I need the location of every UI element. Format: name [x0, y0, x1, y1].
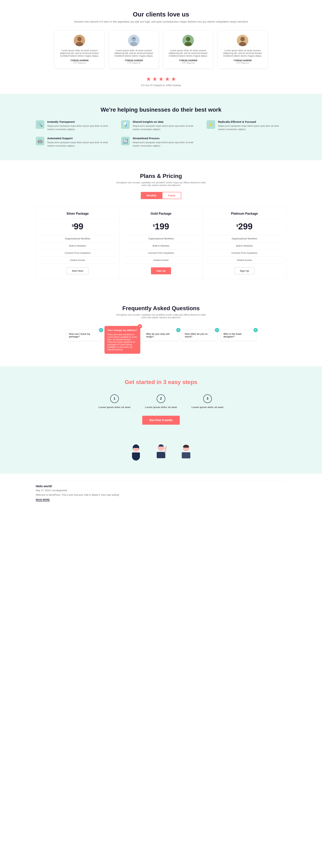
start-now-button[interactable]: Start Now: [67, 267, 88, 274]
feature-title: Shared Insights on data: [133, 120, 201, 123]
svg-rect-21: [182, 452, 190, 458]
features-list: Organisational Workflow Built-in Modules…: [207, 235, 283, 264]
features-list: Organisational Workflow Built-in Modules…: [39, 235, 115, 264]
faq-section: Frequently Asked Questions Excepteur sin…: [0, 292, 322, 366]
get-started-steps-label: 3 easy steps: [163, 379, 197, 385]
faq-question: Who is the head designer?: [223, 333, 242, 338]
faq-card-head-designer[interactable]: + Who is the head designer?: [220, 330, 256, 341]
svg-rect-17: [157, 452, 165, 458]
person-avatar-1: [129, 443, 143, 461]
feature-item: Instant Access: [207, 257, 283, 264]
testimonial-card: Lorem ipsum dolor sit amet consect adipi…: [55, 30, 104, 68]
feature-desc: Neque porro quisquam esqui dolom ipsum q…: [47, 124, 115, 131]
stars-row: ★ ★ ★ ★ ★: [36, 75, 286, 83]
testimonial-text: Lorem ipsum dolor sit amet consect adipi…: [58, 49, 101, 57]
faq-badge: +: [99, 328, 103, 332]
feature-item-shared-insights: 📊 Shared Insights on data Neque porro qu…: [121, 120, 201, 131]
robot-icon: 🤖: [36, 137, 44, 145]
svg-point-1: [77, 37, 81, 41]
faq-badge: +: [176, 328, 180, 332]
package-price: $299: [207, 221, 283, 231]
package-price: $99: [39, 221, 115, 231]
step-number: 3: [203, 394, 212, 403]
lightning-icon: ⚡: [207, 120, 215, 129]
faq-card-track-package[interactable]: + How can I track my package?: [66, 330, 102, 341]
yearly-toggle[interactable]: Yearly: [162, 192, 181, 199]
feature-item: Instant Access: [39, 257, 115, 264]
feature-item: Built-in Modules: [123, 242, 199, 249]
get-started-title: Get started in 3 easy steps: [36, 379, 286, 385]
feature-desc: Neque porro quisquam esqui dolom ipsum q…: [133, 141, 201, 148]
step-number: 2: [157, 394, 165, 403]
feature-item: Organisational Workflow: [123, 235, 199, 242]
faq-badge: +: [215, 328, 219, 332]
step-3: 3 Lorem ipsum dolor sit amet: [191, 394, 224, 408]
get-started-section: Get started in 3 easy steps 1 Lorem ipsu…: [0, 366, 322, 474]
avatars-row: [36, 443, 286, 461]
author-title: CTO, Bigacme: [221, 62, 264, 64]
svg-rect-15: [132, 453, 140, 458]
steps-row: 1 Lorem ipsum dolor sit amet 2 Lorem ips…: [36, 394, 286, 408]
feature-item: Built-in Modules: [39, 242, 115, 249]
step-desc: Lorem ipsum dolor sit amet: [191, 406, 224, 408]
currency-symbol: $: [236, 224, 238, 227]
feature-title: Instantly Transparent: [47, 120, 115, 123]
testimonial-text: Lorem ipsum dolor sit amet consect adipi…: [221, 49, 264, 57]
feature-desc: Neque porro quisquam esqui dolom ipsum q…: [133, 124, 201, 131]
feature-item: Connect From Anywhere: [39, 249, 115, 257]
faq-answer: There are many solutions of Lorem ipsum …: [107, 333, 137, 351]
faq-question: How often do you re-stock?: [185, 333, 208, 338]
see-how-it-works-button[interactable]: See how it works: [142, 416, 180, 425]
step-number: 1: [110, 394, 119, 403]
features-list: Organisational Workflow Built-in Modules…: [123, 235, 199, 264]
chart-icon: 📊: [121, 120, 130, 129]
clients-title: Our clients love us: [36, 11, 286, 18]
feature-item-instantly-transparent: 🔍 Instantly Transparent Neque porro quis…: [36, 120, 115, 131]
author-name: TYRESE HARPER: [221, 59, 264, 62]
testimonial-card: Lorem ipsum dolor sit amet consect adipi…: [109, 30, 159, 68]
clients-section: Our clients love us Ainotion has earned …: [0, 0, 322, 94]
pricing-cards: Silver Package $99 Organisational Workfl…: [36, 206, 286, 280]
faq-card-change-address[interactable]: × Can I change my address? There are man…: [104, 326, 140, 354]
cycle-icon: 🔄: [121, 137, 130, 145]
features-grid: 🔍 Instantly Transparent Neque porro quis…: [36, 120, 286, 131]
person-avatar-3: [179, 443, 193, 461]
step-desc: Lorem ipsum dolor sit amet: [98, 406, 131, 408]
blog-section: Hello world! May 17, 2018 | Uncategorize…: [0, 474, 322, 508]
plans-section: Plans & Pricing Excepteur sint occaec cu…: [0, 160, 322, 292]
step-desc: Lorem ipsum dolor sit amet: [145, 406, 177, 408]
feature-item: Connect From Anywhere: [123, 249, 199, 257]
read-more-link[interactable]: READ MORE: [36, 498, 50, 501]
gold-signup-button[interactable]: Sign Up: [151, 267, 171, 274]
silver-package-card: Silver Package $99 Organisational Workfl…: [36, 207, 119, 280]
blog-post-meta: May 17, 2018 | Uncategorized: [36, 489, 286, 492]
testimonial-card: Lorem ipsum dolor sit amet consect adipi…: [218, 30, 267, 68]
testimonials-row: Lorem ipsum dolor sit amet consect adipi…: [36, 30, 286, 68]
feature-item-streamlined-process: 🔄 Streamlined Process Neque porro quisqu…: [121, 137, 201, 148]
step-1: 1 Lorem ipsum dolor sit amet: [98, 394, 131, 408]
faq-card-restock[interactable]: + How often do you re-stock?: [182, 330, 218, 341]
package-name: Platinum Package: [207, 212, 283, 219]
helping-section: We're helping businesses do their best w…: [0, 94, 322, 160]
star-icon: ★: [152, 75, 157, 83]
package-name: Gold Package: [123, 212, 199, 219]
feature-item-radically-efficient: ⚡ Radically Efficient & Focused Neque po…: [207, 120, 286, 131]
package-name: Silver Package: [39, 212, 115, 219]
faq-question: How can I track my package?: [69, 333, 90, 338]
feature-desc: Neque porro quisquam esqui dolom ipsum q…: [218, 124, 286, 131]
helping-title: We're helping businesses do their best w…: [36, 106, 286, 113]
platinum-signup-button[interactable]: Sign Up: [235, 267, 254, 274]
feature-desc: Neque porro quisquam esqui dolom ipsum q…: [47, 141, 115, 148]
svg-point-7: [186, 37, 190, 41]
svg-point-4: [132, 37, 136, 41]
feature-title: Automated Support: [47, 137, 115, 140]
author-title: CTO, Bigacme: [58, 62, 101, 64]
faq-card-sell-mugs[interactable]: + Why do you only sell mugs?: [143, 330, 179, 341]
faq-badge: +: [253, 328, 258, 332]
avatar: [182, 35, 194, 46]
gold-package-card: Gold Package $199 Organisational Workflo…: [119, 207, 203, 280]
package-price: $199: [123, 221, 199, 231]
monthly-toggle[interactable]: Monthly: [141, 192, 162, 199]
faq-badge: ×: [138, 324, 142, 329]
plans-title: Plans & Pricing: [36, 173, 286, 179]
